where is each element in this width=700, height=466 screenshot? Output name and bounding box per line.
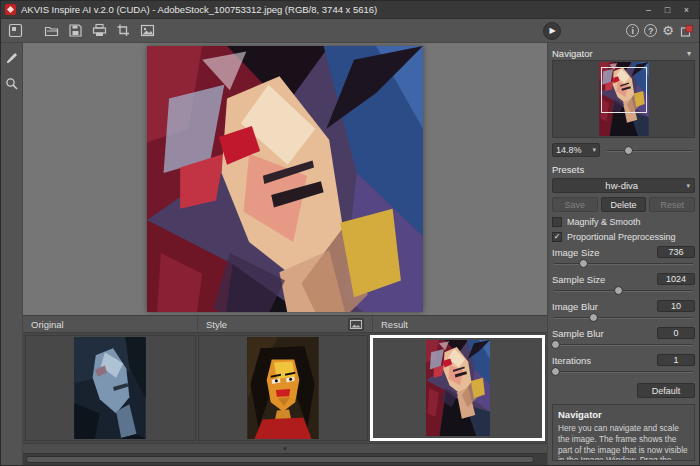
sample-size-slider[interactable] bbox=[552, 285, 695, 296]
sample-blur-label: Sample Blur bbox=[552, 328, 657, 339]
style-thumbnail-panel[interactable] bbox=[198, 335, 369, 441]
slider-track bbox=[554, 263, 693, 265]
image-size-slider[interactable] bbox=[552, 258, 695, 269]
iterations-slider[interactable] bbox=[552, 366, 695, 377]
default-row: Default bbox=[552, 383, 695, 398]
strip-headers: Original Style Result bbox=[23, 315, 547, 333]
sample-blur-value[interactable]: 0 bbox=[657, 327, 695, 339]
brush-tool-icon[interactable] bbox=[3, 49, 21, 67]
print-icon[interactable] bbox=[89, 21, 109, 41]
image-size-slider-thumb[interactable] bbox=[579, 259, 588, 268]
magnify-smooth-checkbox[interactable] bbox=[552, 217, 562, 227]
result-thumbnail-panel[interactable] bbox=[370, 335, 545, 441]
app-window: AKVIS Inspire AI v.2.0 (CUDA) - AdobeSto… bbox=[0, 0, 700, 466]
image-size-value[interactable]: 736 bbox=[657, 246, 695, 258]
image-canvas[interactable] bbox=[23, 43, 547, 315]
slider-track bbox=[554, 344, 693, 346]
share-icon[interactable] bbox=[679, 23, 695, 39]
chevron-down-icon: ▾ bbox=[592, 146, 596, 154]
result-label: Result bbox=[381, 319, 408, 330]
window-title: AKVIS Inspire AI v.2.0 (CUDA) - AdobeSto… bbox=[21, 4, 640, 15]
toolbar-utility-icons: i ? ⚙ bbox=[626, 23, 695, 39]
image-icon[interactable] bbox=[137, 21, 157, 41]
proportional-preprocessing-row[interactable]: ✓ Proportional Preprocessing bbox=[552, 232, 695, 242]
crop-icon[interactable] bbox=[113, 21, 133, 41]
style-thumbnail bbox=[247, 337, 319, 439]
maximize-button[interactable]: □ bbox=[659, 3, 676, 17]
window-controls: – □ × bbox=[640, 3, 695, 17]
navigator-header: Navigator ▾ bbox=[552, 46, 695, 60]
zoom-tool-icon[interactable] bbox=[3, 75, 21, 93]
image-blur-value[interactable]: 10 bbox=[657, 300, 695, 312]
iterations-value[interactable]: 1 bbox=[657, 354, 695, 366]
tab-style[interactable]: Style bbox=[198, 316, 373, 332]
result-image-main bbox=[147, 46, 423, 312]
preset-select[interactable]: hw-diva ▾ bbox=[552, 178, 695, 193]
help-icon[interactable]: ? bbox=[644, 24, 657, 37]
sample-size-value[interactable]: 1024 bbox=[657, 273, 695, 285]
hints-text: Here you can navigate and scale the imag… bbox=[558, 423, 689, 461]
original-thumbnail-panel[interactable] bbox=[25, 335, 196, 441]
close-button[interactable]: × bbox=[678, 3, 695, 17]
magnify-smooth-row[interactable]: Magnify & Smooth bbox=[552, 217, 695, 227]
presets-label: Presets bbox=[552, 164, 695, 175]
original-label: Original bbox=[31, 319, 64, 330]
image-size-param: Image Size 736 bbox=[552, 246, 695, 269]
iterations-label: Iterations bbox=[552, 355, 657, 366]
save-preset-button[interactable]: Save bbox=[552, 197, 598, 212]
horizontal-scrollbar-thumb[interactable] bbox=[26, 456, 534, 463]
sample-blur-slider-thumb[interactable] bbox=[551, 340, 560, 349]
minimize-button[interactable]: – bbox=[640, 3, 657, 17]
horizontal-scrollbar[interactable] bbox=[23, 453, 547, 465]
tab-original[interactable]: Original bbox=[23, 316, 198, 332]
zoom-slider-track bbox=[607, 150, 693, 152]
sample-blur-param: Sample Blur 0 bbox=[552, 327, 695, 350]
app-logo-icon bbox=[5, 4, 16, 15]
zoom-slider-thumb[interactable] bbox=[624, 146, 633, 155]
zoom-controls: 14.8% ▾ bbox=[552, 143, 695, 157]
info-icon[interactable]: i bbox=[626, 24, 639, 37]
default-button[interactable]: Default bbox=[637, 383, 695, 398]
open-file-icon[interactable] bbox=[41, 21, 61, 41]
strip-collapse-handle[interactable]: ▾ bbox=[23, 443, 547, 453]
main-toolbar: ▶ i ? ⚙ bbox=[1, 19, 699, 43]
magnify-smooth-label: Magnify & Smooth bbox=[567, 217, 641, 227]
workspace-icon[interactable] bbox=[5, 21, 25, 41]
iterations-param: Iterations 1 bbox=[552, 354, 695, 377]
image-blur-slider[interactable] bbox=[552, 312, 695, 323]
sample-size-label: Sample Size bbox=[552, 274, 657, 285]
navigator-dropdown-icon[interactable]: ▾ bbox=[683, 49, 695, 58]
titlebar: AKVIS Inspire AI v.2.0 (CUDA) - AdobeSto… bbox=[1, 1, 699, 19]
save-file-icon[interactable] bbox=[65, 21, 85, 41]
tab-result[interactable]: Result bbox=[373, 316, 547, 332]
settings-gear-icon[interactable]: ⚙ bbox=[662, 24, 674, 37]
image-blur-param: Image Blur 10 bbox=[552, 300, 695, 323]
toolbar-right-group: ▶ i ? ⚙ bbox=[543, 22, 695, 40]
run-button[interactable]: ▶ bbox=[543, 22, 561, 40]
preset-selected-value: hw-diva bbox=[557, 180, 686, 191]
delete-preset-button[interactable]: Delete bbox=[601, 197, 647, 212]
slider-track bbox=[554, 371, 693, 373]
reset-preset-button[interactable]: Reset bbox=[649, 197, 695, 212]
navigator-preview[interactable] bbox=[552, 60, 695, 138]
toolbar-left-group bbox=[5, 21, 157, 41]
result-thumbnail bbox=[426, 340, 490, 436]
navigator-view-frame[interactable] bbox=[601, 67, 647, 113]
sample-size-param: Sample Size 1024 bbox=[552, 273, 695, 296]
proportional-preprocessing-label: Proportional Preprocessing bbox=[567, 232, 676, 242]
image-blur-label: Image Blur bbox=[552, 301, 657, 312]
style-gallery-icon[interactable] bbox=[348, 318, 364, 331]
iterations-slider-thumb[interactable] bbox=[551, 367, 560, 376]
center-column: Original Style Result bbox=[23, 43, 547, 465]
preset-buttons: Save Delete Reset bbox=[552, 197, 695, 212]
image-blur-slider-thumb[interactable] bbox=[589, 313, 598, 322]
original-thumbnail bbox=[74, 337, 146, 439]
proportional-preprocessing-checkbox[interactable]: ✓ bbox=[552, 232, 562, 242]
zoom-slider[interactable] bbox=[605, 145, 695, 156]
sample-blur-slider[interactable] bbox=[552, 339, 695, 350]
left-tool-rail bbox=[1, 43, 23, 465]
sample-size-slider-thumb[interactable] bbox=[614, 286, 623, 295]
zoom-select[interactable]: 14.8% ▾ bbox=[552, 143, 600, 157]
collapse-icon: ▾ bbox=[283, 445, 287, 453]
content-area: Original Style Result bbox=[1, 43, 699, 465]
